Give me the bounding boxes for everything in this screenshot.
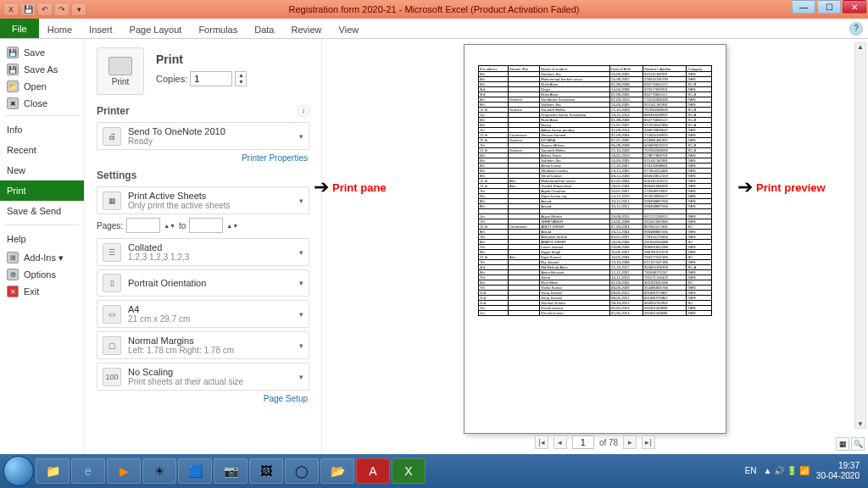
start-button[interactable]	[3, 456, 34, 486]
taskbar-adobe[interactable]: A	[356, 458, 390, 484]
chevron-down-icon: ▾	[299, 279, 303, 287]
print-preview: For admissStream /ForName of studentDate…	[322, 39, 868, 454]
print-button[interactable]: Print	[97, 47, 144, 95]
tray-lang[interactable]: EN	[745, 466, 757, 476]
nav-help[interactable]: Help	[0, 229, 84, 249]
taskbar-excel[interactable]: X	[392, 458, 426, 484]
print-pane: Print Print Copies: ▲▼ Printeri 🖨 Send T…	[85, 39, 322, 454]
taskbar-chrome[interactable]: ◯	[285, 458, 319, 484]
copies-label: Copies:	[156, 74, 187, 84]
page-icon: ▭	[103, 305, 121, 324]
preview-page: For admissStream /ForName of studentDate…	[464, 44, 726, 434]
nav-close[interactable]: ✖Close	[0, 95, 84, 112]
chevron-down-icon: ▾	[299, 310, 303, 319]
taskbar-app1[interactable]: ☀	[142, 458, 176, 484]
nav-saveas[interactable]: 💾Save As	[0, 61, 84, 78]
page-next-button[interactable]: ▸	[623, 435, 637, 449]
nav-exit[interactable]: ✕Exit	[0, 283, 84, 300]
margins-icon: ▢	[103, 336, 121, 355]
help-icon[interactable]: ?	[849, 22, 863, 36]
tab-insert[interactable]: Insert	[81, 21, 121, 38]
nav-save[interactable]: 💾Save	[0, 44, 84, 61]
qat-save-icon[interactable]: 💾	[20, 3, 36, 16]
nav-savesend[interactable]: Save & Send	[0, 201, 84, 221]
save-icon: 💾	[7, 47, 19, 58]
setting-what-to-print[interactable]: ▦Print Active SheetsOnly print the activ…	[97, 186, 309, 214]
saveas-icon: 💾	[7, 64, 19, 75]
qat-redo-icon[interactable]: ↷	[54, 3, 70, 16]
qat-dropdown-icon[interactable]: ▾	[71, 3, 86, 16]
addins-icon: ⊞	[7, 252, 19, 263]
scroll-up-icon[interactable]: ▲	[857, 43, 864, 51]
nav-print[interactable]: Print	[0, 180, 84, 201]
pages-from-input[interactable]	[126, 218, 160, 233]
tab-formulas[interactable]: Formulas	[190, 21, 246, 38]
tray-icons[interactable]: ▲ 🔊 🔋 📶	[764, 466, 810, 476]
page-last-button[interactable]: ▸|	[642, 435, 655, 449]
page-first-button[interactable]: |◂	[535, 435, 548, 449]
copies-input[interactable]	[190, 71, 232, 86]
taskbar-photos[interactable]: 🖼	[249, 458, 283, 484]
settings-heading: Settings	[97, 169, 309, 181]
printer-icon	[108, 57, 132, 75]
scroll-down-icon[interactable]: ▼	[857, 420, 864, 428]
clock-date: 30-04-2020	[816, 471, 860, 481]
clock-time: 19:37	[816, 461, 860, 471]
nav-new[interactable]: New	[0, 160, 84, 180]
page-prev-button[interactable]: ◂	[554, 435, 567, 449]
tab-home[interactable]: Home	[39, 21, 81, 38]
zoom-page-button[interactable]: 🔍	[851, 437, 865, 451]
close-button[interactable]: ✕	[843, 0, 866, 14]
scaling-icon: 100	[103, 368, 121, 386]
setting-papersize[interactable]: ▭A421 cm x 29.7 cm▾	[97, 300, 309, 328]
open-icon: 📂	[7, 80, 19, 92]
qat-undo-icon[interactable]: ↶	[37, 3, 53, 16]
info-icon[interactable]: i	[298, 105, 309, 117]
pages-to-input[interactable]	[189, 218, 223, 233]
nav-options[interactable]: ⚙Options	[0, 266, 84, 283]
page-input[interactable]	[572, 435, 594, 449]
options-icon: ⚙	[7, 269, 19, 280]
show-margins-button[interactable]: ▦	[836, 437, 849, 451]
tab-view[interactable]: View	[331, 21, 368, 38]
maximize-button[interactable]: ☐	[817, 0, 841, 14]
file-tab[interactable]: File	[0, 19, 39, 38]
page-total: of 78	[599, 438, 618, 447]
setting-margins[interactable]: ▢Normal MarginsLeft: 1.78 cm Right: 1.78…	[97, 331, 309, 359]
close-file-icon: ✖	[7, 97, 19, 109]
tab-review[interactable]: Review	[282, 21, 330, 38]
scrollbar[interactable]: ▲▼	[854, 42, 866, 429]
collate-icon: ☰	[103, 243, 121, 262]
taskbar-app2[interactable]: 🟦	[178, 458, 212, 484]
exit-icon: ✕	[7, 286, 19, 297]
page-setup-link[interactable]: Page Setup	[98, 394, 308, 403]
tab-data[interactable]: Data	[246, 21, 282, 38]
backstage-nav: 💾Save 💾Save As 📂Open ✖Close Info Recent …	[0, 39, 85, 454]
taskbar-cam[interactable]: 📷	[214, 458, 248, 484]
minimize-button[interactable]: —	[792, 0, 815, 14]
chevron-down-icon: ▾	[299, 341, 303, 350]
page-navigator: |◂ ◂ of 78 ▸ ▸|	[535, 435, 655, 449]
nav-addins[interactable]: ⊞Add-Ins ▾	[0, 249, 84, 266]
taskbar-explorer[interactable]: 📁	[36, 458, 70, 484]
nav-recent[interactable]: Recent	[0, 140, 84, 160]
chevron-down-icon: ▾	[299, 132, 303, 141]
printer-properties-link[interactable]: Printer Properties	[98, 153, 308, 163]
app-icon: X	[3, 3, 19, 16]
copies-spinner[interactable]: ▲▼	[235, 71, 247, 86]
nav-open[interactable]: 📂Open	[0, 78, 84, 95]
nav-info[interactable]: Info	[0, 119, 84, 140]
taskbar-media[interactable]: ▶	[107, 458, 141, 484]
pages-label: Pages:	[97, 221, 123, 230]
taskbar-ie[interactable]: e	[71, 458, 105, 484]
chevron-down-icon: ▾	[299, 373, 303, 381]
printer-selector[interactable]: 🖨 Send To OneNote 2010Ready ▾	[97, 122, 309, 150]
printer-heading: Printer	[97, 105, 309, 117]
taskbar-folder[interactable]: 📂	[320, 458, 354, 484]
setting-orientation[interactable]: ▯Portrait Orientation▾	[97, 269, 309, 297]
print-heading: Print	[156, 53, 247, 66]
setting-collate[interactable]: ☰Collated1,2,3 1,2,3 1,2,3▾	[97, 238, 309, 266]
setting-scaling[interactable]: 100No ScalingPrint sheets at their actua…	[97, 363, 309, 391]
printer-device-icon: 🖨	[103, 127, 121, 146]
tab-pagelayout[interactable]: Page Layout	[121, 21, 191, 38]
